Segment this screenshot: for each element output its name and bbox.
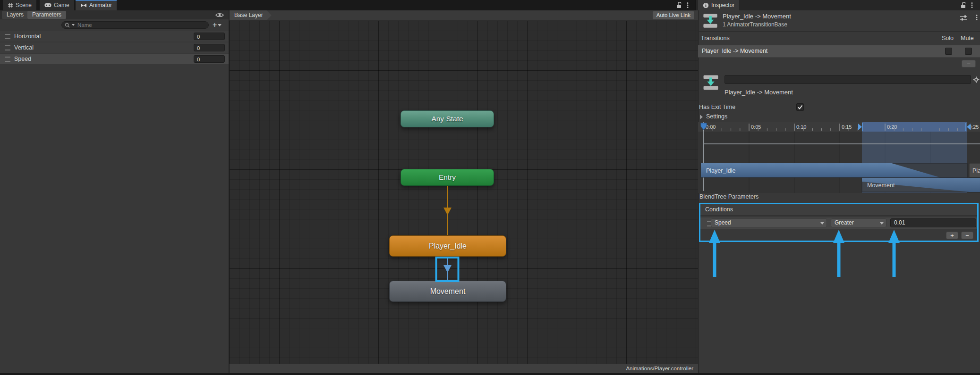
- dropdown-caret-icon: [820, 222, 824, 225]
- has-exit-time-checkbox[interactable]: [796, 103, 804, 111]
- bar-label-next: Player_Idle: [972, 167, 980, 174]
- node-player-idle[interactable]: Player_Idle: [389, 235, 506, 257]
- parameter-search[interactable]: [61, 21, 209, 29]
- condition-mode-dropdown[interactable]: Greater: [831, 218, 886, 227]
- auto-live-link-button[interactable]: Auto Live Link: [653, 11, 694, 19]
- drag-handle-icon[interactable]: [5, 57, 10, 62]
- window-menu-kebab-icon[interactable]: [687, 2, 689, 8]
- add-condition-button[interactable]: +: [946, 232, 958, 239]
- parameter-row-horizontal[interactable]: Horizontal 0: [0, 31, 229, 42]
- node-movement[interactable]: Movement: [389, 281, 506, 302]
- inspector-title: Player_Idle -> Movement: [723, 13, 791, 20]
- transition-row-label: Player_Idle -> Movement: [702, 48, 767, 54]
- info-icon: [703, 2, 709, 8]
- state-machine-canvas[interactable]: [230, 21, 698, 364]
- add-parameter-button[interactable]: +: [213, 20, 228, 30]
- inspector-menu-kebab-icon[interactable]: [971, 2, 973, 8]
- conditions-section: Conditions Speed Greater 0.01 + −: [699, 203, 979, 242]
- tab-scene-label: Scene: [16, 2, 32, 8]
- condition-mode-value: Greater: [835, 219, 854, 226]
- transition-timeline[interactable]: 0:00 0:05 0:10 0:15 0:20 0:25 Player_Idl…: [698, 122, 980, 193]
- tick-label: 0:10: [796, 124, 806, 130]
- mute-column-label: Mute: [961, 35, 974, 42]
- parameter-row-vertical[interactable]: Vertical 0: [0, 42, 229, 53]
- bar-label-to: Movement: [867, 182, 895, 189]
- blendtree-parameters-label: BlendTree Parameters: [699, 193, 758, 200]
- drag-handle-icon[interactable]: [5, 45, 10, 50]
- parameter-search-row: +: [0, 19, 229, 31]
- node-entry[interactable]: Entry: [401, 169, 494, 186]
- tab-game-label: Game: [54, 2, 69, 8]
- condition-row[interactable]: Speed Greater 0.01: [700, 217, 977, 229]
- tick-label: 0:20: [887, 124, 897, 130]
- tab-parameters[interactable]: Parameters: [27, 11, 66, 19]
- tab-animator-label: Animator: [89, 2, 112, 8]
- animator-side-panel: Layers Parameters + Horiz: [0, 10, 229, 373]
- unlock-icon[interactable]: [676, 2, 682, 8]
- transition-asset-icon: [702, 12, 719, 29]
- divider: [698, 71, 980, 71]
- parameter-value-field[interactable]: 0: [194, 44, 225, 51]
- tab-inspector-label: Inspector: [711, 2, 734, 8]
- header-kebab-icon[interactable]: [976, 14, 978, 21]
- tab-animator[interactable]: Animator: [76, 0, 117, 10]
- side-panel-header: Layers Parameters: [0, 10, 229, 19]
- parameter-name: Speed: [14, 56, 31, 62]
- tick-label: 0:00: [706, 124, 716, 130]
- parameter-name: Horizontal: [14, 33, 41, 40]
- tab-layers[interactable]: Layers: [2, 11, 28, 19]
- presets-sliders-icon[interactable]: [960, 15, 968, 21]
- tick-label: 0:15: [842, 124, 852, 130]
- node-any-state[interactable]: Any State: [401, 110, 494, 127]
- parameter-value-field[interactable]: 0: [194, 33, 225, 40]
- animator-icon: [80, 3, 87, 8]
- check-icon: [797, 104, 803, 110]
- transition-name-label: Player_Idle -> Movement: [724, 89, 793, 96]
- drag-handle-icon[interactable]: [5, 34, 10, 39]
- breadcrumb-base-layer[interactable]: Base Layer: [230, 10, 272, 20]
- transition-range-highlight-ruler: [862, 122, 967, 132]
- transitions-section-label: Transitions: [701, 35, 730, 42]
- settings-foldout-arrow-icon[interactable]: [700, 115, 703, 119]
- has-exit-time-label: Has Exit Time: [699, 104, 735, 110]
- search-icon: [65, 23, 70, 28]
- remove-condition-button[interactable]: −: [961, 232, 973, 239]
- gamepad-icon: [44, 3, 51, 8]
- timeline-bar-player-idle[interactable]: Player_Idle: [701, 163, 967, 177]
- parameter-value-field[interactable]: 0: [194, 55, 225, 63]
- window-tab-strip: Scene Game Animator: [0, 0, 695, 10]
- solo-column-label: Solo: [942, 35, 954, 42]
- remove-transition-button[interactable]: −: [962, 60, 976, 67]
- condition-parameter-dropdown[interactable]: Speed: [711, 218, 827, 227]
- transition-list-row[interactable]: Player_Idle -> Movement: [698, 45, 980, 58]
- transition-large-icon: [702, 74, 720, 92]
- divider: [698, 31, 980, 32]
- parameter-name: Vertical: [14, 44, 34, 51]
- controller-path-statusbar: Animations/Player.controller: [230, 364, 698, 373]
- window-bottom-edge: [0, 373, 980, 375]
- inspector-unlock-icon[interactable]: [961, 2, 966, 8]
- mute-checkbox[interactable]: [965, 48, 972, 55]
- settings-foldout-label[interactable]: Settings: [706, 113, 727, 120]
- add-parameter-caret-icon: [218, 24, 222, 26]
- graph-header: Base Layer Auto Live Link: [230, 10, 698, 21]
- search-filter-caret-icon: [72, 24, 75, 26]
- transition-name-field[interactable]: [724, 75, 971, 84]
- timeline-bar-movement[interactable]: Movement: [862, 178, 980, 192]
- inspector-subtitle: 1 AnimatorTransitionBase: [723, 21, 787, 28]
- tab-inspector[interactable]: Inspector: [698, 0, 739, 10]
- conditions-header: Conditions: [700, 204, 977, 216]
- gear-icon[interactable]: [973, 76, 980, 83]
- tab-game[interactable]: Game: [40, 0, 74, 10]
- tab-scene[interactable]: Scene: [3, 0, 36, 10]
- solo-checkbox[interactable]: [945, 48, 952, 55]
- eye-icon[interactable]: [215, 12, 224, 18]
- timeline-bar-next-loop[interactable]: Player_Idle: [969, 163, 980, 177]
- search-input[interactable]: [77, 22, 205, 28]
- unity-editor-window: Scene Game Animator: [0, 0, 980, 375]
- scene-grid-icon: [8, 2, 13, 8]
- condition-parameter-value: Speed: [715, 219, 731, 226]
- dropdown-caret-icon: [880, 222, 884, 225]
- condition-threshold-field[interactable]: 0.01: [890, 218, 976, 227]
- parameter-row-speed[interactable]: Speed 0: [0, 54, 229, 64]
